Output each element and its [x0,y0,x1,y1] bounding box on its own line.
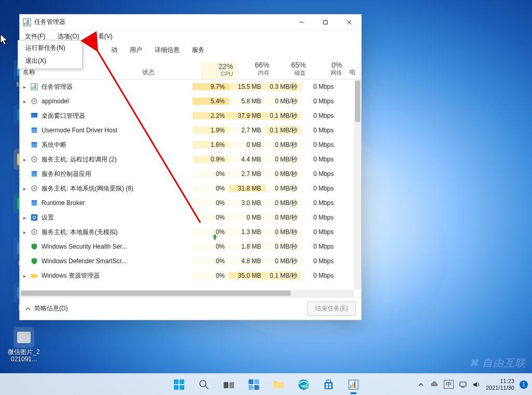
col-cpu[interactable]: 22%CPU [201,62,237,79]
notification-badge[interactable]: 1 [520,380,528,389]
tab-details[interactable]: 详细信息 [148,43,186,58]
clock[interactable]: 11:23 2021/11/30 [486,378,514,391]
chevron-up-icon [25,306,31,312]
file-menu-dropdown: 运行新任务(N) 退出(X) [18,40,83,69]
svg-rect-10 [28,20,29,25]
widgets-button[interactable] [243,374,264,395]
svg-rect-35 [31,214,37,221]
cpu-cell: 2.2% [193,112,229,119]
svg-rect-8 [24,23,25,25]
process-icon [30,199,38,207]
network-cell: 0 Mbps [302,243,338,250]
menu-view[interactable]: 查看(V) [90,31,115,42]
expand-toggle[interactable]: ▸ [20,273,29,279]
expand-toggle[interactable]: ▸ [20,84,29,90]
process-name: Runtime Broker [42,199,85,207]
process-name: Windows Security Health Ser... [42,243,127,250]
horizontal-scrollbar[interactable] [20,290,354,297]
process-row[interactable]: ▸服务主机: 远程过程调用 (2)0.9%4.4 MB0 MB/秒0 Mbps [20,152,361,167]
memory-cell: 2.7 MB [229,127,265,134]
onedrive-icon[interactable] [430,380,439,389]
svg-rect-58 [326,386,328,388]
process-list: ▸任务管理器9.7%15.5 MB0.3 MB/秒0 Mbps▸appmodel… [20,79,361,290]
cpu-cell: 0% [193,272,229,279]
process-row[interactable]: ▸appmodel5.4%5.8 MB0 MB/秒0 Mbps [20,94,361,108]
tab-services[interactable]: 服务 [186,43,211,58]
process-row[interactable]: ▸服务主机: 本地系统(网络受限) (9)0%31.8 MB0 MB/秒0 Mb… [20,181,361,196]
process-row[interactable]: Windows Defender SmartScr...0%4.8 MB0 MB… [20,254,361,268]
close-button[interactable] [337,15,361,30]
col-extra[interactable]: 电 [346,68,361,79]
memory-cell: 31.8 MB [229,185,265,192]
process-row[interactable]: Runtime Broker0%3.0 MB0 MB/秒0 Mbps [20,196,361,210]
end-task-button[interactable]: 结束任务(E) [307,302,356,316]
process-row[interactable]: 桌面窗口管理器2.2%37.9 MB0.1 MB/秒0 Mbps [20,108,361,123]
process-row[interactable]: Usermode Font Driver Host1.9%2.7 MB0.1 M… [20,123,361,138]
vertical-scrollbar[interactable] [354,79,361,290]
col-memory[interactable]: 66%内存 [237,61,274,79]
col-name[interactable]: 名称 [20,68,139,79]
svg-rect-49 [254,379,259,384]
col-status[interactable]: 状态 [139,68,201,79]
start-button[interactable] [169,374,189,395]
menu-item-exit[interactable]: 退出(X) [18,55,82,67]
process-icon [30,242,38,251]
disk-cell: 0 MB/秒 [265,213,302,222]
process-name: 设置 [42,213,54,222]
process-row[interactable]: ▸服务主机: 本地服务(无模拟)0%1.3 MB0 MB/秒0 Mbps [20,225,361,239]
svg-rect-6 [17,332,31,343]
disk-cell: 0 MB/秒 [265,257,302,266]
disk-cell: 0 MB/秒 [265,228,302,237]
expand-toggle[interactable]: ▸ [20,229,29,235]
col-network[interactable]: 0%网络 [310,61,346,79]
process-row[interactable]: Windows Security Health Ser...0%1.8 MB0 … [20,239,361,254]
maximize-button[interactable] [313,15,337,30]
desktop-icon[interactable]: 微信图片_2021091... [7,327,40,363]
process-icon [30,141,38,149]
disk-cell: 0.1 MB/秒 [265,126,302,135]
file-explorer-button[interactable] [268,374,289,395]
process-icon [30,126,38,134]
cpu-cell: 0% [193,170,229,178]
process-row[interactable]: 系统中断1.6%0 MB0 MB/秒0 Mbps [20,138,361,152]
svg-rect-61 [350,385,351,388]
mouse-cursor [0,34,9,46]
titlebar[interactable]: 任务管理器 [20,15,361,30]
ime-indicator[interactable]: 中 [444,380,454,389]
process-icon [30,213,38,222]
memory-cell: 0 MB [229,214,265,221]
taskbar[interactable]: 中 11:23 2021/11/30 1 [0,373,532,395]
process-row[interactable]: ▸设置0%0 MB0 MB/秒0 Mbps [20,210,361,225]
disk-cell: 0 MB/秒 [265,97,302,106]
network-icon[interactable] [459,380,467,389]
tray-chevron-up-icon[interactable] [417,380,425,389]
menu-item-run-new-task[interactable]: 运行新任务(N) [18,42,82,55]
expand-toggle[interactable]: ▸ [20,157,29,162]
process-name: Windows 资源管理器 [42,271,100,280]
memory-cell: 37.9 MB [229,112,265,119]
edge-button[interactable] [293,374,314,395]
expand-toggle[interactable]: ▸ [20,99,29,104]
col-disk[interactable]: 65%磁盘 [274,61,310,79]
fewer-details-toggle[interactable]: 简略信息(D) [25,304,68,313]
svg-rect-50 [249,385,253,390]
process-row[interactable]: ▸Windows 资源管理器0%35.0 MB0.1 MB/秒0 Mbps [20,268,361,283]
expand-toggle[interactable]: ▸ [20,186,29,192]
expand-toggle[interactable]: ▸ [20,215,29,221]
svg-rect-52 [274,383,284,388]
disk-cell: 0 MB/秒 [265,199,302,208]
tab-users[interactable]: 用户 [124,43,148,58]
process-row[interactable]: 服务和控制器应用0%2.7 MB0 MB/秒0 Mbps [20,167,361,181]
volume-icon[interactable] [472,380,481,389]
process-row[interactable]: ▸任务管理器9.7%15.5 MB0.3 MB/秒0 Mbps [20,79,361,94]
task-view-button[interactable] [219,374,239,395]
store-button[interactable] [318,374,339,395]
tab-partial[interactable]: 动 [108,43,124,58]
network-cell: 0 Mbps [302,185,338,192]
minimize-button[interactable] [290,15,313,30]
cpu-cell: 0% [193,199,229,207]
search-button[interactable] [194,374,214,395]
disk-cell: 0 MB/秒 [265,155,302,164]
system-tray[interactable]: 中 11:23 2021/11/30 1 [417,374,528,395]
task-manager-taskbar-button[interactable] [343,374,364,395]
